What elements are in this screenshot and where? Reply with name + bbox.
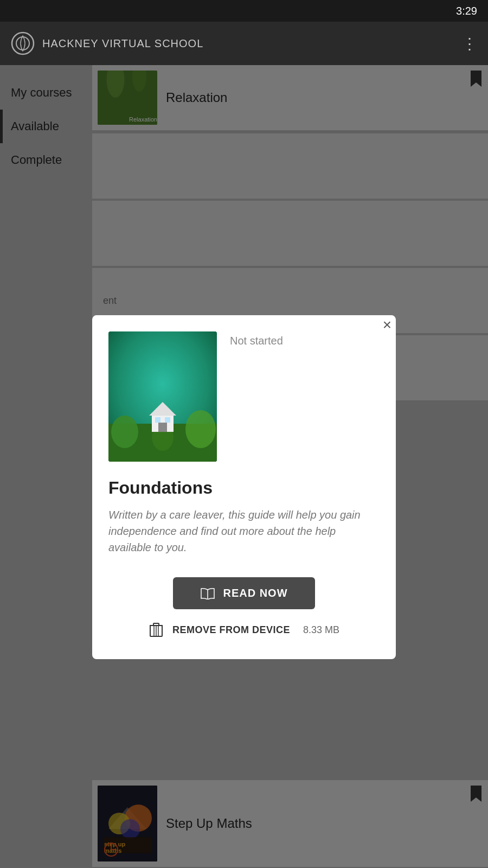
modal-status-area: Not started <box>230 331 283 347</box>
book-icon <box>200 588 215 599</box>
remove-from-device-row[interactable]: REMOVE FROM DEVICE 8.33 MB <box>149 622 339 637</box>
foundations-modal: Foundations <box>92 315 396 659</box>
status-bar: 3:29 <box>0 0 488 22</box>
modal-cover-image: Foundations <box>108 331 217 462</box>
svg-point-20 <box>111 416 138 448</box>
remove-label: REMOVE FROM DEVICE <box>172 624 290 636</box>
app-title: HACKNEY VIRTUAL SCHOOL <box>42 37 203 50</box>
bg-content: My courses Available Complete Relaxation… <box>0 65 488 868</box>
modal-actions: READ NOW REMOVE FROM DEVICE 8.33 MB <box>92 556 396 637</box>
modal-body: Foundations Written by a care leaver, th… <box>92 462 396 556</box>
read-now-label: READ NOW <box>223 587 287 599</box>
app-bar: HACKNEY VIRTUAL SCHOOL ⋮ <box>0 22 488 65</box>
svg-rect-26 <box>155 417 160 423</box>
remove-size: 8.33 MB <box>303 624 339 636</box>
trash-icon <box>149 622 164 637</box>
cover-bg-svg <box>108 331 217 462</box>
overflow-menu-icon[interactable]: ⋮ <box>462 35 477 53</box>
svg-point-1 <box>16 37 29 50</box>
modal-description: Written by a care leaver, this guide wil… <box>108 507 380 556</box>
app-logo-icon <box>11 31 35 55</box>
svg-rect-27 <box>165 417 170 423</box>
modal-header: Foundations <box>92 315 396 462</box>
svg-point-21 <box>185 410 216 448</box>
modal-title: Foundations <box>108 478 380 498</box>
svg-rect-25 <box>158 423 167 432</box>
read-now-button[interactable]: READ NOW <box>173 577 314 609</box>
status-time: 3:29 <box>456 5 477 17</box>
modal-status: Not started <box>230 335 283 347</box>
app-bar-left: HACKNEY VIRTUAL SCHOOL <box>11 31 203 55</box>
modal-close-button[interactable]: × <box>378 315 396 335</box>
